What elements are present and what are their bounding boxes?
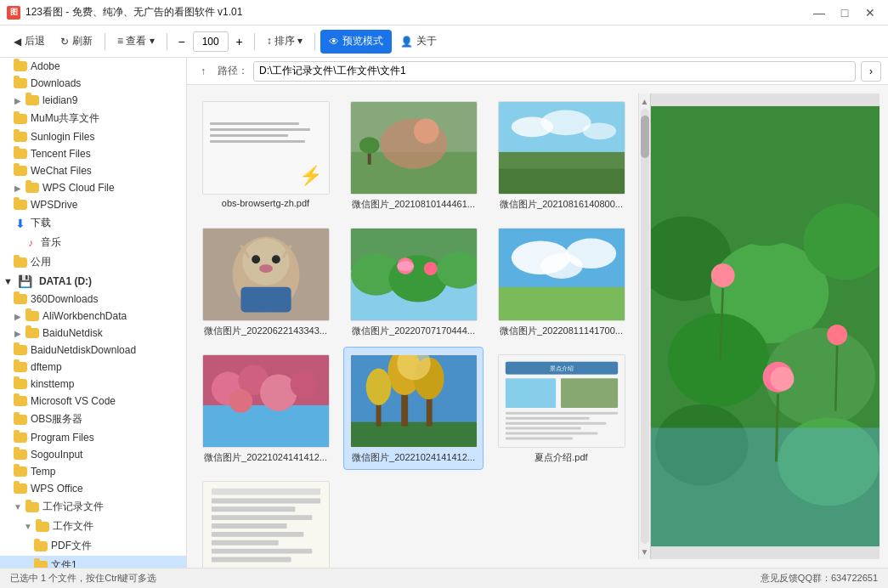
sidebar-item-wpsdrive[interactable]: WPSDrive	[0, 196, 186, 213]
sidebar-item-downloads[interactable]: Downloads	[0, 75, 186, 92]
file-item[interactable]: ⚡ obs-browsertg-zh.pdf	[195, 93, 336, 217]
svg-point-11	[582, 122, 615, 139]
sidebar-label: Adobe	[31, 60, 60, 72]
toolbar: ◀ 后退 ↻ 刷新 ≡ 查看 ▾ − + ↕ 排序 ▾ 👁 预览模式 👤 关于	[0, 25, 888, 58]
folder-icon	[36, 522, 49, 532]
scrollbar-track	[641, 109, 649, 544]
file-item[interactable]: 微信图片_20220622143343...	[195, 220, 336, 343]
file-name: obs-browsertg-zh.pdf	[222, 198, 309, 208]
sidebar-item-vscode[interactable]: Microsoft VS Code	[0, 393, 186, 410]
svg-point-3	[414, 118, 439, 144]
folder-icon	[14, 149, 27, 159]
svg-rect-61	[211, 489, 320, 495]
zoom-in-button[interactable]: +	[230, 32, 249, 51]
svg-rect-52	[505, 378, 555, 408]
sidebar-item-wenjian1[interactable]: 文件1	[0, 556, 186, 568]
svg-rect-69	[211, 557, 291, 563]
svg-rect-8	[499, 152, 625, 169]
sidebar-item-360[interactable]: 360Downloads	[0, 291, 186, 308]
sidebar-item-sunlogin[interactable]: Sunlogin Files	[0, 128, 186, 145]
sort-button[interactable]: ↕ 排序 ▾	[260, 30, 310, 54]
file-item[interactable]: 景点介绍 夏点介绍.pdf	[491, 347, 631, 470]
sidebar-label: Tencent Files	[31, 148, 91, 160]
folder-icon	[25, 328, 39, 338]
svg-point-81	[711, 263, 735, 287]
scroll-down-button[interactable]: ▼	[639, 546, 651, 557]
sidebar-item-temp[interactable]: Temp	[0, 463, 186, 480]
maximize-button[interactable]: □	[834, 4, 856, 21]
folder-icon	[34, 561, 48, 568]
path-input[interactable]	[253, 61, 856, 82]
sidebar-item-adobe[interactable]: Adobe	[0, 58, 186, 75]
sidebar-item-programfiles[interactable]: Program Files	[0, 429, 186, 446]
svg-point-80	[770, 367, 794, 391]
svg-rect-57	[505, 427, 580, 430]
sidebar-label: WPS Cloud File	[42, 182, 115, 194]
svg-text:景点介绍: 景点介绍	[550, 365, 574, 372]
file-item[interactable]: 微信图片_20210816140800...	[491, 93, 631, 217]
folder-icon	[14, 200, 27, 210]
grid-items: ⚡ obs-browsertg-zh.pdf	[195, 93, 638, 559]
pathbar: ↑ 路径： ›	[187, 58, 888, 85]
about-icon: 👤	[400, 36, 413, 48]
zoom-out-button[interactable]: −	[173, 32, 191, 51]
file-item[interactable]: 微信图片_20221024141412...	[195, 347, 336, 470]
sidebar-item-dftemp[interactable]: dftemp	[0, 359, 186, 376]
refresh-button[interactable]: ↻ 刷新	[54, 30, 99, 54]
sidebar-item-baidudownload[interactable]: BaiduNetdiskDownload	[0, 342, 186, 359]
about-label: 关于	[416, 34, 437, 48]
sidebar-item-download2[interactable]: ⬇ 下载	[0, 213, 186, 233]
sidebar-item-sogou[interactable]: SogouInput	[0, 446, 186, 463]
file-item[interactable]	[195, 473, 336, 568]
sidebar-item-gongzuowenjian[interactable]: ▼ 工作文件	[0, 517, 186, 536]
sidebar-label: 360Downloads	[31, 293, 98, 305]
path-go-button[interactable]: ›	[861, 61, 881, 82]
expand-icon: ▶	[14, 96, 22, 105]
about-button[interactable]: 👤 关于	[393, 30, 444, 54]
sidebar-item-wpscloud[interactable]: ▶ WPS Cloud File	[0, 179, 186, 196]
folder-icon	[25, 311, 39, 321]
sidebar-item-leidian9[interactable]: ▶ leidian9	[0, 92, 186, 109]
sidebar-item-mumu[interactable]: MuMu共享文件	[0, 109, 186, 128]
sidebar-item-tencent[interactable]: Tencent Files	[0, 145, 186, 162]
sidebar-item-obs[interactable]: OBS服务器	[0, 410, 186, 429]
sidebar-item-wechat[interactable]: WeChat Files	[0, 162, 186, 179]
app-title: 123看图 - 免费、纯净、无广告的看图软件 v1.01	[25, 5, 242, 20]
file-item[interactable]: 微信图片_20220811141700...	[491, 220, 631, 343]
sidebar-item-ali[interactable]: ▶ AliWorkbenchData	[0, 308, 186, 325]
scrollbar-thumb[interactable]	[641, 116, 649, 158]
sidebar-item-pdfwenjian[interactable]: PDF文件	[0, 536, 186, 556]
file-name: 微信图片_20221024141412...	[352, 451, 475, 464]
svg-rect-55	[505, 417, 589, 420]
folder-icon	[14, 166, 27, 176]
sidebar-item-gongzuojilu[interactable]: ▼ 工作记录文件	[0, 497, 186, 517]
sidebar-item-data1[interactable]: ▼ 💾 DATA1 (D:)	[0, 272, 186, 291]
minimize-button[interactable]: —	[808, 4, 830, 21]
view-button[interactable]: ≡ 查看 ▾	[110, 30, 161, 54]
back-button[interactable]: ◀ 后退	[7, 30, 52, 54]
scroll-up-button[interactable]: ▲	[639, 95, 651, 107]
file-item[interactable]: 微信图片_20221024141412...	[343, 347, 484, 470]
sidebar-label: BaiduNetdisk	[42, 327, 103, 339]
zoom-input[interactable]	[194, 36, 228, 48]
file-item[interactable]: 微信图片_20220707170444...	[343, 220, 484, 343]
svg-point-17	[259, 264, 273, 273]
scrollbar[interactable]: ▲ ▼	[638, 93, 650, 559]
preview-label: 预览模式	[342, 34, 383, 48]
path-up-button[interactable]: ↑	[194, 62, 212, 81]
svg-point-46	[365, 369, 391, 405]
svg-point-26	[397, 261, 414, 271]
svg-point-38	[229, 389, 252, 413]
close-button[interactable]: ✕	[859, 4, 881, 21]
file-item[interactable]: 微信图片_20210810144461...	[343, 93, 484, 217]
folder-icon	[14, 379, 27, 389]
preview-mode-button[interactable]: 👁 预览模式	[320, 30, 392, 54]
sidebar-item-baidunetdisk[interactable]: ▶ BaiduNetdisk	[0, 325, 186, 342]
sidebar-item-wpsoffice[interactable]: WPS Office	[0, 480, 186, 497]
file-thumbnail	[498, 101, 625, 195]
sidebar-item-music[interactable]: ♪ 音乐	[0, 233, 186, 252]
sidebar-label: AliWorkbenchData	[42, 310, 127, 322]
sidebar-item-gongyong[interactable]: 公用	[0, 252, 186, 272]
sidebar-item-kinsttemp[interactable]: kinsttemp	[0, 376, 186, 393]
file-name: 微信图片_20220811141700...	[500, 325, 623, 337]
